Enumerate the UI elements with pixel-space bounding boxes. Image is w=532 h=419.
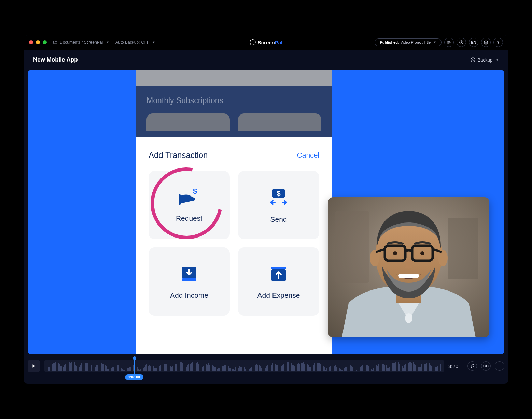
add-expense-icon — [269, 264, 289, 284]
maximize-window-icon[interactable] — [43, 40, 47, 44]
list-button[interactable] — [444, 38, 454, 47]
send-icon: $ — [268, 187, 289, 208]
svg-rect-7 — [182, 278, 196, 281]
history-button[interactable] — [457, 38, 466, 47]
modal-title: Add Transaction — [149, 150, 208, 160]
play-button[interactable] — [28, 360, 40, 372]
close-window-icon[interactable] — [29, 40, 33, 44]
no-backup-icon — [470, 57, 476, 63]
auto-backup-toggle[interactable]: Auto Backup: OFF ▼ — [115, 40, 155, 45]
playhead[interactable] — [134, 359, 135, 374]
svg-rect-13 — [405, 313, 412, 323]
subscription-card — [238, 113, 321, 131]
add-income-icon — [179, 264, 199, 284]
waveform — [44, 360, 444, 372]
breadcrumb-text: Documents / ScreenPal — [60, 40, 103, 45]
publish-status-dropdown[interactable]: Published: Video Project Title ▼ — [375, 38, 442, 46]
menu-icon — [497, 364, 502, 368]
subheader: New Mobile App Backup ▼ — [24, 50, 508, 70]
annotation-circle — [137, 153, 236, 253]
total-time: 3:20 — [448, 363, 463, 369]
video-preview[interactable]: Monthly Subscriptions Add Transaction Ca… — [28, 70, 504, 354]
chevron-down-icon: ▼ — [433, 41, 436, 44]
music-icon — [470, 364, 475, 368]
svg-text:$: $ — [277, 190, 280, 197]
svg-rect-11 — [448, 218, 478, 279]
playback-controls: 1:08.00 3:20 CC — [24, 354, 508, 384]
svg-rect-18 — [398, 274, 419, 278]
captions-button[interactable]: CC — [481, 361, 491, 371]
phone-screen: Monthly Subscriptions Add Transaction Ca… — [136, 70, 332, 354]
svg-point-24 — [473, 366, 474, 367]
add-expense-tile[interactable]: Add Expense — [238, 247, 319, 316]
add-transaction-modal: Add Transaction Cancel $ — [136, 137, 332, 332]
chevron-down-icon: ▼ — [152, 41, 155, 44]
minimize-window-icon[interactable] — [36, 40, 40, 44]
subscription-card — [146, 113, 230, 131]
svg-rect-8 — [271, 267, 286, 269]
phone-statusbar — [136, 70, 332, 86]
window-controls[interactable] — [29, 40, 47, 44]
subscription-cards — [136, 113, 332, 137]
svg-rect-12 — [335, 211, 369, 283]
titlebar: Documents / ScreenPal ▼ Auto Backup: OFF… — [24, 35, 508, 50]
brand-logo: ScreenPal — [250, 39, 283, 45]
send-tile[interactable]: $ Send — [238, 171, 319, 239]
request-tile[interactable]: $ Request — [149, 171, 230, 239]
help-button[interactable]: ? — [493, 38, 503, 47]
svg-point-21 — [393, 251, 397, 255]
language-button[interactable]: EN — [469, 38, 478, 47]
menu-button[interactable] — [495, 361, 504, 371]
app-window: Documents / ScreenPal ▼ Auto Backup: OFF… — [24, 35, 508, 384]
project-title: New Mobile App — [33, 56, 78, 63]
section-title: Monthly Subscriptions — [146, 96, 321, 105]
history-icon — [459, 40, 464, 45]
svg-point-22 — [420, 251, 424, 255]
music-button[interactable] — [467, 361, 477, 371]
phone-section: Monthly Subscriptions — [136, 86, 332, 113]
tile-label: Add Expense — [257, 291, 300, 299]
timeline[interactable]: 1:08.00 — [44, 360, 444, 372]
chevron-down-icon: ▼ — [106, 41, 109, 44]
svg-point-23 — [471, 367, 472, 367]
tile-label: Send — [270, 215, 287, 224]
backup-button[interactable]: Backup ▼ — [470, 57, 499, 63]
presenter-avatar — [328, 197, 489, 337]
playhead-time: 1:08.00 — [125, 374, 143, 380]
tile-label: Add Income — [170, 291, 208, 299]
screenpal-logo-icon — [250, 39, 256, 45]
cancel-button[interactable]: Cancel — [297, 151, 319, 159]
folder-icon — [53, 40, 58, 45]
video-canvas: Monthly Subscriptions Add Transaction Ca… — [24, 70, 508, 354]
layers-button[interactable] — [481, 38, 491, 47]
breadcrumb[interactable]: Documents / ScreenPal ▼ — [53, 40, 109, 45]
list-icon — [447, 40, 451, 45]
add-income-tile[interactable]: Add Income — [149, 247, 230, 316]
layers-icon — [484, 40, 488, 45]
webcam-overlay[interactable] — [328, 197, 489, 337]
play-icon — [31, 364, 36, 368]
chevron-down-icon: ▼ — [496, 58, 499, 62]
